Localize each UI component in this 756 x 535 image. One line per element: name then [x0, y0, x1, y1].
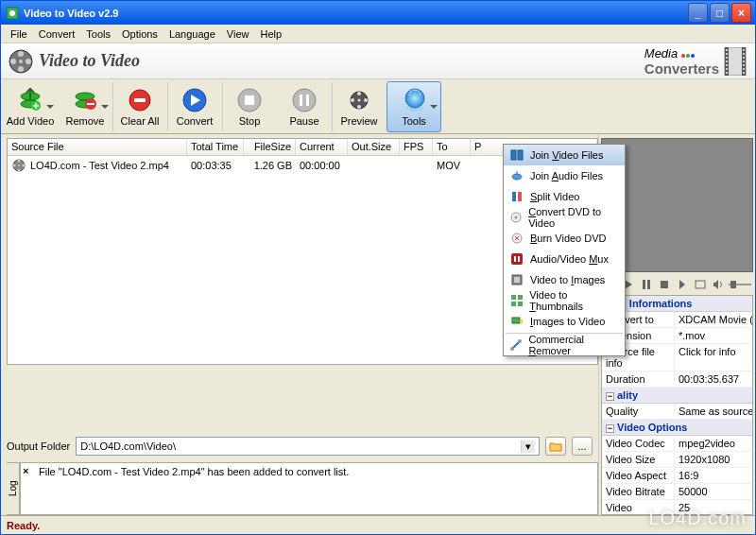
prop-row[interactable]: Video Aspect16:9	[602, 468, 752, 484]
menu-item-icon	[509, 272, 524, 287]
remove-button[interactable]: Remove	[58, 81, 112, 132]
titlebar[interactable]: Video to Video v2.9 _ □ ×	[1, 1, 755, 25]
convert-button[interactable]: Convert	[167, 81, 222, 132]
prop-row[interactable]: Video Size1920x1080	[602, 452, 752, 468]
tools-menu-item[interactable]: Burn Video DVD	[504, 228, 625, 249]
col-size[interactable]: FileSize	[244, 139, 296, 155]
svg-rect-22	[743, 64, 745, 66]
tools-menu-item[interactable]: Convert DVD to Video	[504, 207, 625, 228]
clear-all-button[interactable]: Clear All	[112, 81, 167, 132]
svg-rect-29	[134, 98, 146, 102]
output-dropdown[interactable]: ▾	[521, 440, 535, 453]
col-outsize[interactable]: Out.Size	[348, 139, 400, 155]
tools-menu-item[interactable]: Join Video Files	[504, 145, 625, 165]
menu-item-icon	[509, 147, 524, 163]
tools-menu-item[interactable]: Commercial Remover	[504, 335, 625, 355]
tools-menu-item[interactable]: Images to Video	[504, 311, 625, 332]
prop-row[interactable]: QualitySame as source	[602, 404, 752, 420]
prop-row[interactable]: Duration00:03:35.637	[602, 371, 752, 388]
tools-dropdown: Join Video FilesJoin Audio FilesSplit Vi…	[503, 144, 626, 356]
svg-point-7	[10, 59, 16, 64]
svg-point-39	[357, 105, 361, 109]
log-tab[interactable]: Log	[7, 462, 20, 515]
menu-file[interactable]: File	[5, 26, 33, 42]
svg-rect-55	[518, 150, 523, 160]
svg-point-69	[510, 347, 514, 351]
tools-menu-item[interactable]: Video to Thumbnails	[504, 290, 625, 311]
stop-button[interactable]: Stop	[222, 81, 277, 132]
prop-row[interactable]: Video Codecmpeg2video	[602, 436, 752, 452]
svg-rect-16	[726, 68, 728, 70]
reel-icon	[9, 49, 33, 74]
mc-vol-icon[interactable]	[711, 277, 726, 292]
tools-menu-item[interactable]: Audio/Video Mux	[504, 249, 625, 269]
menu-convert[interactable]: Convert	[33, 26, 81, 42]
mc-next-icon[interactable]	[675, 277, 690, 292]
prop-section-header[interactable]: −ality	[602, 388, 752, 404]
close-button[interactable]: ×	[731, 3, 751, 23]
svg-rect-57	[518, 192, 522, 201]
mc-stop-icon[interactable]	[657, 277, 672, 292]
col-total[interactable]: Total Time	[187, 139, 244, 155]
svg-rect-18	[743, 49, 745, 51]
minimize-button[interactable]: _	[688, 3, 708, 23]
svg-rect-67	[518, 302, 523, 306]
svg-rect-21	[743, 60, 745, 62]
svg-rect-32	[245, 95, 254, 105]
svg-rect-14	[726, 60, 728, 62]
col-fps[interactable]: FPS	[400, 139, 433, 155]
browse-folder-button[interactable]	[545, 437, 566, 456]
svg-rect-27	[87, 103, 94, 105]
svg-point-33	[293, 89, 316, 112]
tools-menu-item[interactable]: Split Video	[504, 186, 625, 207]
svg-rect-15	[726, 64, 728, 66]
svg-rect-63	[514, 277, 520, 283]
menu-item-icon	[509, 210, 523, 225]
menu-bar: File Convert Tools Options Language View…	[1, 25, 755, 43]
svg-rect-56	[512, 192, 516, 201]
svg-rect-24	[743, 72, 745, 74]
volume-slider[interactable]	[729, 284, 751, 285]
toolbar: Add Video Remove Clear All Convert Stop …	[1, 79, 755, 134]
menu-help[interactable]: Help	[254, 26, 287, 42]
tools-menu-item[interactable]: Join Audio Files	[504, 165, 625, 186]
menu-tools[interactable]: Tools	[80, 26, 116, 42]
svg-point-40	[351, 98, 354, 102]
pause-button[interactable]: Pause	[277, 81, 332, 132]
tools-icon	[401, 87, 427, 113]
menu-language[interactable]: Language	[163, 26, 221, 42]
svg-point-70	[518, 339, 522, 343]
more-button[interactable]: ...	[572, 437, 593, 456]
log-close-button[interactable]: ×	[23, 465, 34, 476]
output-folder-row: Output Folder D:\LO4D.com\Video\ ▾ ...	[7, 434, 598, 458]
prop-row[interactable]: Video Bitrate50000	[602, 484, 752, 500]
menu-options[interactable]: Options	[116, 26, 163, 42]
svg-point-41	[358, 98, 361, 101]
output-folder-input[interactable]: D:\LO4D.com\Video\ ▾	[76, 437, 540, 456]
svg-rect-65	[518, 295, 523, 300]
menu-item-icon	[509, 314, 524, 329]
preview-button[interactable]: Preview	[332, 81, 387, 132]
menu-view[interactable]: View	[221, 26, 255, 42]
mc-full-icon[interactable]	[693, 277, 708, 292]
add-video-button[interactable]: Add Video	[3, 81, 58, 132]
svg-rect-50	[643, 280, 645, 289]
svg-rect-66	[511, 302, 516, 306]
watermark: LO4D.com	[648, 508, 747, 529]
mc-pause-icon[interactable]	[639, 277, 654, 292]
prop-section-header[interactable]: −Video Options	[602, 420, 752, 436]
stop-icon	[236, 87, 263, 113]
svg-rect-12	[726, 53, 728, 55]
status-text: Ready.	[7, 520, 40, 531]
svg-point-4	[18, 51, 24, 57]
preview-icon	[346, 87, 372, 113]
remove-icon	[72, 87, 98, 113]
maximize-button[interactable]: □	[710, 3, 730, 23]
tools-menu-item[interactable]: Video to Images	[504, 269, 625, 290]
col-current[interactable]: Current	[296, 139, 348, 155]
tools-button[interactable]: Tools	[387, 81, 441, 132]
col-source[interactable]: Source File	[8, 139, 187, 155]
col-to[interactable]: To	[433, 139, 471, 155]
svg-rect-52	[661, 281, 668, 288]
log-panel: Log × File "LO4D.com - Test Video 2.mp4"…	[7, 462, 598, 515]
